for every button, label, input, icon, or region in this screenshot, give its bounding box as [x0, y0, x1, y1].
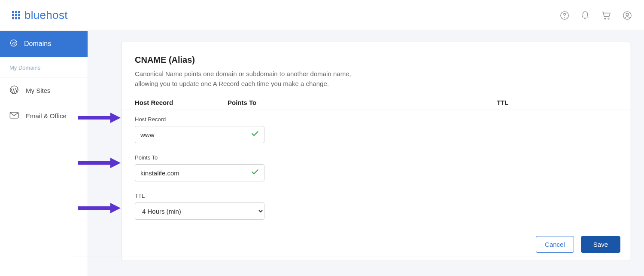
sidebar-item-domains[interactable]: Domains — [0, 31, 88, 57]
topbar: bluehost — [0, 0, 644, 31]
sidebar-sub-my-domains[interactable]: My Domains — [0, 57, 88, 77]
sidebar-item-label: Email & Office — [26, 112, 67, 120]
sidebar-item-email-office[interactable]: Email & Office — [0, 104, 88, 128]
sidebar-item-my-sites[interactable]: My Sites — [0, 77, 88, 104]
annotation-arrow — [78, 158, 125, 168]
cname-card: CNAME (Alias) Canonical Name points one … — [122, 42, 630, 261]
svg-point-5 — [626, 13, 629, 15]
field-host-record: Host Record — [122, 110, 630, 143]
main: CNAME (Alias) Canonical Name points one … — [88, 31, 644, 276]
points-to-input[interactable] — [135, 164, 264, 181]
svg-point-3 — [608, 18, 609, 19]
svg-point-6 — [11, 40, 17, 46]
card-description: Canonical Name points one domain or subd… — [135, 69, 375, 89]
save-button[interactable]: Save — [581, 236, 620, 253]
cancel-button[interactable]: Cancel — [536, 236, 574, 253]
svg-point-2 — [605, 18, 606, 19]
actions: Cancel Save — [536, 236, 620, 253]
col-points-to: Points To — [228, 99, 497, 106]
field-ttl: TTL 4 Hours (min) — [122, 181, 630, 220]
col-host-record: Host Record — [135, 99, 228, 106]
annotation-arrow — [78, 113, 125, 123]
sidebar-item-label: My Sites — [26, 87, 51, 94]
host-record-input[interactable] — [135, 126, 264, 143]
host-record-label: Host Record — [135, 116, 617, 123]
points-to-label: Points To — [135, 154, 617, 161]
brand-word: bluehost — [24, 9, 68, 22]
ttl-label: TTL — [135, 193, 617, 199]
checkmark-icon — [251, 168, 259, 178]
column-headers: Host Record Points To TTL — [122, 96, 630, 110]
bell-icon[interactable] — [580, 11, 590, 20]
leaf-icon — [9, 39, 18, 49]
user-icon[interactable] — [623, 11, 632, 20]
card-title: CNAME (Alias) — [135, 55, 617, 65]
svg-rect-8 — [10, 112, 18, 118]
sidebar-item-label: Domains — [24, 40, 51, 48]
col-ttl: TTL — [497, 99, 617, 106]
wordpress-icon — [9, 85, 19, 96]
sidebar: Domains My Domains My Sites Email & Offi… — [0, 31, 88, 276]
cart-icon[interactable] — [601, 11, 611, 20]
checkmark-icon — [251, 129, 259, 140]
ttl-select[interactable]: 4 Hours (min) — [135, 202, 264, 220]
svg-point-1 — [564, 17, 565, 17]
annotation-arrow — [78, 203, 125, 213]
field-points-to: Points To — [122, 143, 630, 181]
help-icon[interactable] — [560, 11, 569, 20]
mail-icon — [9, 111, 19, 120]
layout: Domains My Domains My Sites Email & Offi… — [0, 31, 644, 276]
apps-grid-icon — [12, 11, 20, 19]
topbar-icons — [560, 11, 632, 20]
brand[interactable]: bluehost — [12, 9, 68, 22]
